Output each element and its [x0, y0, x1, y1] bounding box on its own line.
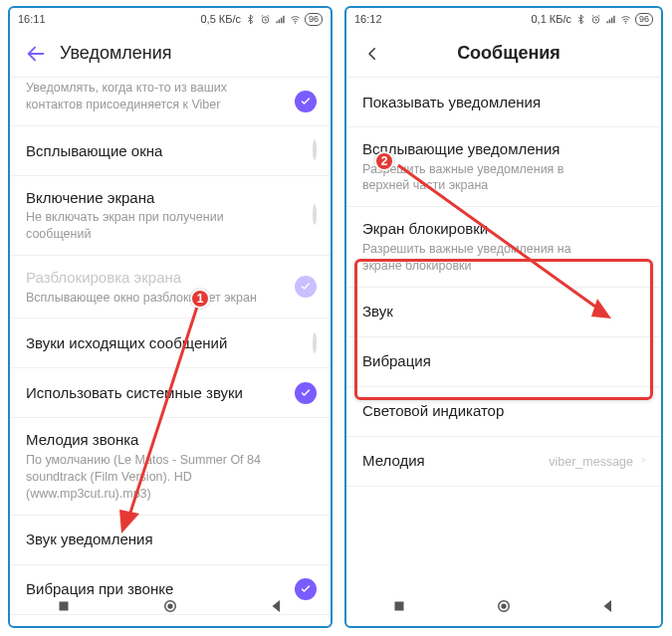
annotation-badge-1: 1 [190, 289, 210, 309]
svg-marker-6 [119, 510, 139, 533]
svg-line-12 [398, 165, 595, 307]
svg-marker-13 [591, 299, 611, 318]
svg-line-5 [129, 307, 197, 516]
phone-left: 16:11 0,5 КБ/с 96 Уведомления Уведомлять… [8, 6, 333, 628]
annotation-arrow-1 [10, 8, 333, 628]
annotation-arrow-2 [346, 8, 663, 628]
annotation-badge-2: 2 [374, 151, 394, 171]
phone-right: 16:12 0,1 КБ/с 96 Сообщения Показывать у… [344, 6, 663, 628]
